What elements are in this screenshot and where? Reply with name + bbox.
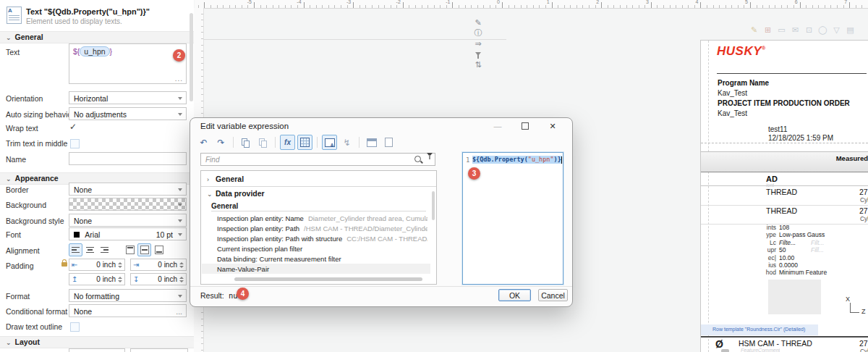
copy-icon[interactable] [238,135,253,150]
tree-item-name-value-pair[interactable]: Name-Value-Pair [217,265,427,273]
feature-comment-ghost: FeatureComment [741,348,780,352]
list-icon[interactable]: ▤ [845,25,856,35]
padding-label: Padding [6,261,34,270]
name-input[interactable] [69,152,187,165]
redo-icon[interactable]: ↷ [213,135,229,150]
window-icon[interactable] [364,135,379,150]
stepper-arrows-icon[interactable] [118,277,122,282]
padding-right-stepper[interactable]: ⇥0 inch [130,259,187,271]
text-caret [561,156,562,164]
chevron-down-icon [178,219,182,222]
paste-icon[interactable] [255,135,271,150]
filter-small-icon[interactable]: ▽ [831,25,842,35]
align-right-button[interactable] [98,243,111,256]
format-lightning-icon[interactable]: ↯ [339,135,354,150]
valign-bottom-icon [155,246,163,254]
tree-item[interactable]: Data binding: Current measurement filter [217,255,427,263]
search-icon[interactable] [414,156,421,162]
ruler-label: -5 [243,0,252,4]
background-label: Background [6,201,46,209]
minimize-button[interactable]: — [485,119,510,133]
padding-left-stepper[interactable]: ⇤0 inch [69,259,125,271]
stepper-arrows-icon[interactable] [179,262,184,268]
wrap-text-checkbox[interactable]: ✓ [69,122,77,132]
grid-toggle[interactable] [297,135,312,150]
page-icon[interactable] [381,135,396,150]
background-style-select[interactable]: None [69,214,187,227]
info-icon[interactable]: ⓘ [473,28,483,38]
more-button[interactable]: ... [176,305,182,318]
edit-icon[interactable]: ✎ [749,25,760,35]
table-section-row: AD iont [701,173,868,186]
filter-icon[interactable] [473,49,483,59]
filter-icon[interactable] [427,156,433,169]
font-select[interactable]: Arial 10 pt [69,227,187,240]
find-input[interactable] [200,153,435,166]
trim-text-checkbox[interactable] [70,139,80,148]
roundness-param-value: 108 [779,224,789,231]
arrow-right-icon[interactable]: ⇒ [473,38,483,49]
format-select[interactable]: No formatting [69,289,187,302]
close-button[interactable]: ✕ [540,119,565,133]
draw-text-outline-checkbox[interactable] [70,322,80,332]
align-left-button[interactable] [69,243,82,256]
panel-scrollbar[interactable] [190,13,193,101]
fx-toggle[interactable]: fx [280,135,295,150]
row-template-note[interactable]: Row template "Roundness.Cir" (Detailed) [712,327,805,332]
valign-bottom-button[interactable] [152,243,166,256]
comment-icon[interactable]: ▭ [776,25,787,35]
expression-code[interactable]: ${Qdb.Property("u_hpn")} [472,156,562,164]
layout-x-input[interactable] [69,348,125,352]
font-size-value[interactable]: 10 pt [156,228,173,241]
tree-node-data-provider[interactable]: ⌄Data provider [207,189,265,198]
padding-top-stepper[interactable]: ↥0 inch [69,273,125,285]
section-general[interactable]: ⌄General [0,31,194,43]
valign-middle-button[interactable] [137,243,151,256]
u-hpn-token[interactable]: u_hpn [80,46,109,56]
tree-item[interactable]: Inspection plan entity: NameDiameter_Cyl… [217,214,427,222]
ok-button[interactable]: OK [498,289,531,301]
lock-icon[interactable] [61,262,67,267]
undo-icon[interactable]: ↶ [196,135,211,150]
padding-bottom-stepper[interactable]: ↧0 inch [130,273,187,285]
chevron-down-icon [178,204,182,206]
border-select[interactable]: None [69,183,187,196]
wrap-text-label: Wrap text [6,124,38,133]
roundness-param-label: upr [730,246,776,253]
expression-editor-button[interactable]: ... [175,75,183,83]
measured-value: 27.6000 [829,339,868,348]
cancel-button[interactable]: Cancel [538,289,568,301]
autosize-select[interactable]: No adjustments [69,107,187,120]
sort-icon[interactable]: ⇅ [473,59,483,70]
background-select[interactable] [69,198,187,211]
tree-node-general[interactable]: ›General [207,175,244,183]
align-center-icon [86,247,94,253]
valign-top-button[interactable] [123,243,137,256]
edit-report-icon[interactable]: ✎ [473,17,483,28]
maximize-button[interactable] [513,119,537,133]
variable-tree: ›General ⌄Data provider General Inspecti… [200,170,437,285]
align-center-button[interactable] [83,243,97,256]
text-expression-input[interactable]: ${u_hpn} ... [69,43,187,84]
sync-icon[interactable]: ◯ [817,25,828,35]
ruler-label: 3 [640,0,649,4]
mail-icon[interactable]: ✉ [790,25,801,35]
tree-vertical-scrollbar[interactable] [432,191,435,220]
ruler-label: -1 [441,0,450,4]
chevron-down-icon [178,188,182,191]
window-add-icon[interactable]: ⊞ [762,25,773,35]
stepper-arrows-icon[interactable] [179,277,184,282]
section-layout[interactable]: ⌄Layout [0,336,194,348]
layout-y-input[interactable] [130,348,188,352]
textbox-toggle[interactable] [322,135,337,150]
sub-feature-name: Cylinder thread area [843,348,868,352]
stepper-arrows-icon[interactable] [118,262,122,268]
save-icon[interactable]: ⊡ [804,25,814,35]
footer-divider [190,286,572,287]
tree-item[interactable]: Current inspection plan filter [217,245,427,253]
tree-item[interactable]: Inspection plan entity: Path/HSM CAM - T… [217,225,427,232]
tree-horizontal-scrollbar[interactable] [234,277,422,281]
orientation-select[interactable]: Horizontal [69,91,187,104]
tree-item[interactable]: Inspection plan entity: Path with struct… [217,235,427,243]
conditional-format-select[interactable]: None... [69,304,187,317]
